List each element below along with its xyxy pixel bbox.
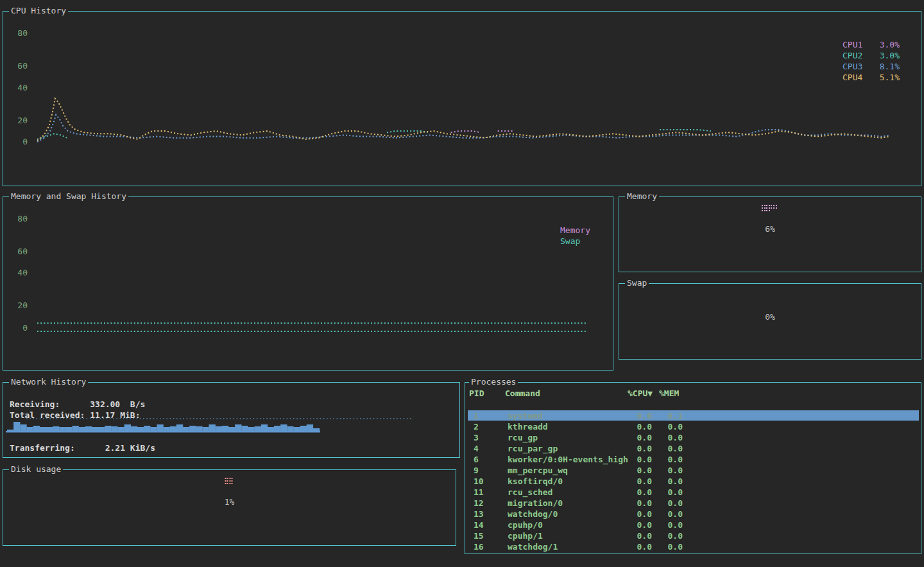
process-pid: 3: [474, 432, 479, 443]
process-pid: 6: [474, 454, 479, 465]
process-mem-percent: 0.0: [644, 509, 683, 519]
swap-gauge-panel: Swap 0%: [619, 283, 921, 360]
memory-gauge-dots: [762, 205, 778, 213]
process-row[interactable]: 15cpuhp/10.00.0: [465, 530, 921, 541]
process-row[interactable]: 4rcu_par_gp0.00.0: [465, 443, 921, 454]
processes-panel: Processes PID Command %CPU▼ %MEM 1system…: [465, 382, 921, 554]
process-list: 1systemd0.00.12kthreadd0.00.03rcu_gp0.00…: [465, 410, 921, 552]
memory-swap-legend-entry: Swap: [560, 236, 580, 247]
process-mem-percent: 0.0: [644, 465, 683, 476]
process-command: mm_percpu_wq: [508, 465, 568, 476]
cpu-legend-entry: CPU45.1%: [843, 72, 900, 83]
process-command: systemd: [508, 410, 543, 421]
process-row[interactable]: 2kthreadd0.00.0: [465, 421, 921, 432]
network-transferring-line: Transferring: 2.21 KiB/s: [10, 442, 155, 453]
process-row[interactable]: 11rcu_sched0.00.0: [465, 487, 921, 498]
process-command: cpuhp/1: [508, 530, 543, 541]
process-command: kthreadd: [508, 421, 548, 432]
process-mem-percent: 0.0: [644, 443, 683, 454]
process-command: watchdog/0: [508, 509, 558, 519]
process-pid: 4: [474, 443, 479, 454]
cpu-legend-entry: CPU38.1%: [843, 61, 900, 72]
cpu-history-chart: [3, 12, 921, 186]
process-pid: 2: [474, 421, 479, 432]
disk-usage-title: Disk usage: [9, 464, 63, 475]
column-header-cpu-sorted[interactable]: %CPU▼: [628, 388, 653, 399]
memory-gauge-title: Memory: [625, 191, 659, 202]
network-history-panel: Network History Receiving: 332.00 B/s To…: [3, 382, 460, 458]
cpu-legend-label: CPU1: [843, 39, 864, 50]
memory-percent-label: 6%: [619, 224, 921, 234]
process-command: watchdog/1: [508, 541, 558, 552]
process-row[interactable]: 14cpuhp/00.00.0: [465, 519, 921, 530]
cpu-legend-label: CPU3: [843, 61, 864, 72]
process-mem-percent: 0.0: [644, 541, 683, 552]
process-pid: 15: [474, 530, 484, 541]
process-command: rcu_sched: [508, 487, 552, 498]
process-mem-percent: 0.0: [644, 498, 683, 509]
process-mem-percent: 0.0: [644, 530, 683, 541]
cpu-history-panel: CPU History 806040200 CPU13.0%CPU23.0%CP…: [3, 11, 921, 186]
process-command: rcu_gp: [508, 432, 538, 443]
column-header-mem[interactable]: %MEM: [659, 388, 679, 399]
process-mem-percent: 0.0: [644, 487, 683, 498]
memory-swap-legend-entry: Memory: [560, 225, 590, 236]
process-row[interactable]: 13watchdog/00.00.0: [465, 509, 921, 519]
column-header-command[interactable]: Command: [505, 388, 540, 399]
memory-swap-history-panel: Memory and Swap History 806040200 Memory…: [3, 196, 613, 371]
process-pid: 9: [474, 465, 479, 476]
process-row[interactable]: 6kworker/0:0H-events_high0.00.0: [465, 454, 921, 465]
process-mem-percent: 0.0: [644, 519, 683, 530]
cpu-legend-label: CPU4: [843, 72, 864, 83]
swap-percent-label: 0%: [619, 312, 921, 322]
cpu-legend-entry: CPU23.0%: [843, 50, 900, 61]
processes-header-row: PID Command %CPU▼ %MEM: [465, 388, 921, 399]
process-command: kworker/0:0H-events_high: [508, 454, 628, 465]
cpu-legend-value: 3.0%: [864, 50, 900, 61]
process-pid: 16: [474, 541, 484, 552]
cpu-legend-value: 5.1%: [864, 72, 900, 83]
memory-swap-history-chart: [3, 197, 613, 370]
cpu-legend-label: CPU2: [843, 50, 864, 61]
disk-percent-label: 1%: [3, 497, 456, 507]
process-command: ksoftirqd/0: [508, 476, 563, 487]
process-pid: 10: [474, 476, 484, 487]
process-mem-percent: 0.0: [644, 421, 683, 432]
process-row-selected[interactable]: 1systemd0.00.1: [465, 410, 921, 421]
process-pid: 13: [474, 509, 484, 519]
process-row[interactable]: 9mm_percpu_wq0.00.0: [465, 465, 921, 476]
swap-gauge-title: Swap: [625, 278, 649, 288]
process-row[interactable]: 3rcu_gp0.00.0: [465, 432, 921, 443]
process-pid: 1: [474, 410, 479, 421]
process-mem-percent: 0.0: [644, 476, 683, 487]
process-row[interactable]: 16watchdog/10.00.0: [465, 541, 921, 552]
process-mem-percent: 0.0: [644, 454, 683, 465]
process-row[interactable]: 10ksoftirqd/00.00.0: [465, 476, 921, 487]
disk-usage-gauge-dots: [225, 478, 234, 485]
cpu-legend-value: 3.0%: [864, 39, 900, 50]
column-header-pid[interactable]: PID: [469, 388, 484, 399]
process-pid: 14: [474, 519, 484, 530]
process-command: rcu_par_gp: [508, 443, 558, 454]
memory-gauge-panel: Memory 6%: [619, 196, 921, 272]
process-pid: 12: [474, 498, 484, 509]
process-command: migration/0: [508, 498, 563, 509]
disk-usage-panel: Disk usage 1%: [3, 469, 456, 546]
process-row[interactable]: 12migration/00.00.0: [465, 498, 921, 509]
cpu-legend-entry: CPU13.0%: [843, 39, 900, 50]
processes-title: Processes: [469, 377, 518, 387]
process-pid: 11: [474, 487, 484, 498]
cpu-legend-value: 8.1%: [864, 61, 900, 72]
process-command: cpuhp/0: [508, 519, 543, 530]
process-mem-percent: 0.0: [644, 432, 683, 443]
process-mem-percent: 0.1: [644, 410, 683, 421]
